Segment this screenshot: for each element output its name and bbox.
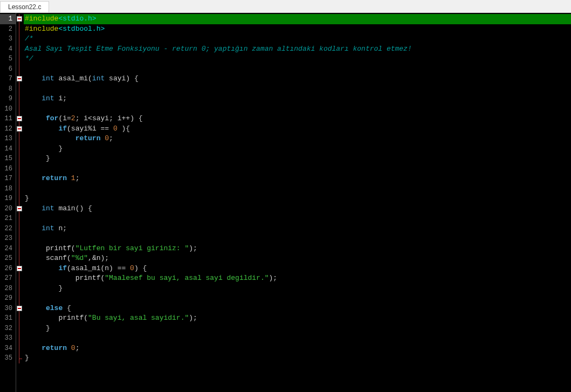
code-line[interactable]: int asal_mi(int sayi) { xyxy=(24,74,571,84)
fold-toggle-icon[interactable] xyxy=(17,306,22,311)
code-line[interactable]: if(asal_mi(n) == 0) { xyxy=(24,264,571,274)
line-number: 18 xyxy=(0,184,16,194)
code-line[interactable]: return 1; xyxy=(24,174,571,184)
fold-toggle-icon[interactable] xyxy=(17,16,22,22)
code-line[interactable] xyxy=(24,164,571,174)
fold-cell xyxy=(16,313,24,324)
line-number: 30 xyxy=(0,304,16,314)
code-line[interactable]: if(sayi%i == 0 ){ xyxy=(24,124,571,134)
fold-cell xyxy=(16,273,24,284)
file-tab[interactable]: Lesson22.c xyxy=(0,1,49,12)
fold-cell xyxy=(16,333,24,343)
fold-cell xyxy=(16,304,24,314)
line-number: 19 xyxy=(0,194,16,204)
line-number: 15 xyxy=(0,154,16,164)
code-line[interactable] xyxy=(24,84,571,94)
code-line[interactable]: } xyxy=(24,353,571,363)
line-number: 35 xyxy=(0,353,16,363)
line-number: 21 xyxy=(0,214,16,224)
fold-toggle-icon[interactable] xyxy=(17,126,22,132)
line-number: 7 xyxy=(0,74,16,84)
fold-cell xyxy=(16,114,24,124)
line-number: 14 xyxy=(0,144,16,154)
code-line[interactable] xyxy=(24,293,571,304)
code-line[interactable] xyxy=(24,233,571,244)
line-number-gutter: 1234567891011121314151617181920212223242… xyxy=(0,13,16,392)
code-line[interactable] xyxy=(24,64,571,74)
fold-cell xyxy=(16,324,24,334)
code-line[interactable]: int n; xyxy=(24,224,571,234)
fold-cell xyxy=(16,343,24,354)
fold-cell xyxy=(16,54,24,64)
line-number: 26 xyxy=(0,264,16,274)
fold-cell xyxy=(16,94,24,104)
line-number: 5 xyxy=(0,54,16,64)
line-number: 33 xyxy=(0,333,16,343)
code-line[interactable] xyxy=(24,333,571,343)
fold-cell xyxy=(16,264,24,274)
code-line[interactable]: } xyxy=(24,284,571,294)
code-line[interactable]: } xyxy=(24,144,571,154)
fold-toggle-icon[interactable] xyxy=(17,116,22,121)
fold-cell xyxy=(16,144,24,154)
code-area[interactable]: #include<stdio.h>#include<stdbool.h>/*As… xyxy=(24,13,571,392)
code-line[interactable]: else { xyxy=(24,304,571,314)
fold-cell xyxy=(16,184,24,194)
code-line[interactable]: return 0; xyxy=(24,343,571,354)
fold-toggle-icon[interactable] xyxy=(17,206,22,211)
line-number: 4 xyxy=(0,44,16,54)
code-line[interactable]: printf("Bu sayi, asal sayidir."); xyxy=(24,313,571,324)
fold-cell xyxy=(16,104,24,114)
code-line[interactable]: } xyxy=(24,154,571,164)
fold-cell xyxy=(16,353,24,363)
code-line[interactable]: Asal Sayı Tespit Etme Fonksiyonu - retur… xyxy=(24,44,571,54)
fold-cell xyxy=(16,293,24,304)
line-number: 31 xyxy=(0,313,16,324)
line-number: 29 xyxy=(0,293,16,304)
code-line[interactable]: printf("Maalesef bu sayi, asal sayi degi… xyxy=(24,273,571,284)
line-number: 23 xyxy=(0,233,16,244)
code-line[interactable]: } xyxy=(24,324,571,334)
fold-cell xyxy=(16,233,24,244)
line-number: 10 xyxy=(0,104,16,114)
fold-cell xyxy=(16,174,24,184)
fold-toggle-icon[interactable] xyxy=(17,266,22,271)
code-line[interactable]: /* xyxy=(24,34,571,44)
line-number: 1 xyxy=(0,14,16,24)
fold-cell xyxy=(16,14,24,24)
fold-cell xyxy=(16,224,24,234)
fold-cell xyxy=(16,154,24,164)
code-line[interactable]: */ xyxy=(24,54,571,64)
line-number: 34 xyxy=(0,343,16,354)
line-number: 9 xyxy=(0,94,16,104)
tab-bar: Lesson22.c xyxy=(0,0,571,13)
fold-column xyxy=(16,13,24,392)
line-number: 24 xyxy=(0,244,16,254)
code-line[interactable]: int main() { xyxy=(24,204,571,214)
code-line[interactable] xyxy=(24,104,571,114)
line-number: 12 xyxy=(0,124,16,134)
code-line[interactable]: return 0; xyxy=(24,134,571,144)
code-line[interactable] xyxy=(24,184,571,194)
line-number: 3 xyxy=(0,34,16,44)
code-line[interactable]: printf("Lutfen bir sayi giriniz: "); xyxy=(24,244,571,254)
code-line[interactable]: scanf("%d",&n); xyxy=(24,253,571,264)
line-number: 25 xyxy=(0,253,16,264)
code-line[interactable]: } xyxy=(24,194,571,204)
code-line[interactable]: #include<stdbool.h> xyxy=(24,24,571,35)
line-number: 22 xyxy=(0,224,16,234)
line-number: 13 xyxy=(0,134,16,144)
code-line[interactable]: #include<stdio.h> xyxy=(24,14,571,24)
fold-cell xyxy=(16,84,24,94)
code-line[interactable] xyxy=(24,214,571,224)
line-number: 17 xyxy=(0,174,16,184)
code-line[interactable]: int i; xyxy=(24,94,571,104)
fold-toggle-icon[interactable] xyxy=(17,76,22,81)
code-line[interactable]: for(i=2; i<sayi; i++) { xyxy=(24,114,571,124)
line-number: 20 xyxy=(0,204,16,214)
line-number: 32 xyxy=(0,324,16,334)
fold-cell xyxy=(16,164,24,174)
line-number: 6 xyxy=(0,64,16,74)
fold-cell xyxy=(16,34,24,44)
line-number: 2 xyxy=(0,24,16,35)
